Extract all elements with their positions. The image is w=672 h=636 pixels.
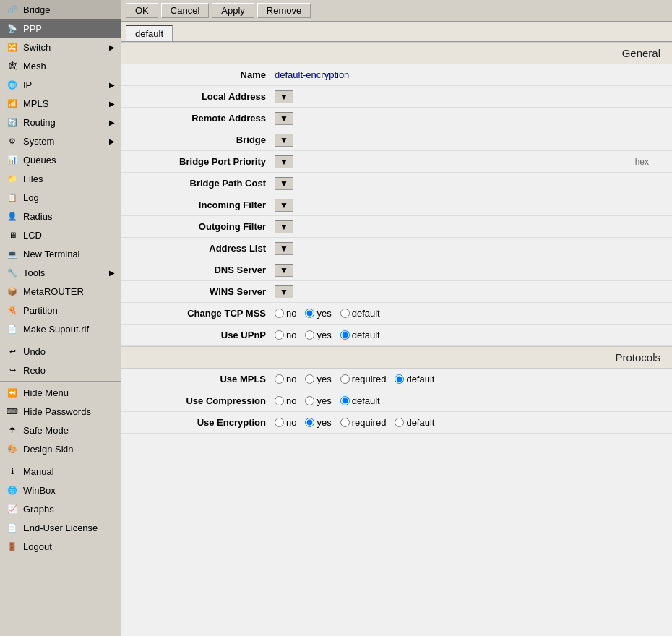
radio-mpls-no[interactable]: no: [275, 374, 296, 384]
remote-address-dropdown[interactable]: ▼: [275, 112, 293, 125]
label-remote-address: Remote Address: [130, 113, 275, 124]
row-use-encryption: Use Encryption no yes required default: [121, 412, 672, 434]
outgoing-filter-dropdown[interactable]: ▼: [275, 220, 293, 233]
radio-mpls-required[interactable]: required: [340, 374, 387, 384]
row-incoming-filter: Incoming Filter ▼: [121, 194, 672, 216]
sidebar-item-design-skin[interactable]: 🎨 Design Skin: [0, 439, 121, 458]
bridge-port-priority-dropdown[interactable]: ▼: [275, 155, 293, 168]
sidebar-item-partition[interactable]: 🍕 Partition: [0, 301, 121, 319]
radio-encryption-default[interactable]: default: [395, 417, 434, 428]
dns-server-dropdown[interactable]: ▼: [275, 264, 293, 277]
radio-tcp-mss-yes[interactable]: yes: [305, 308, 331, 319]
radio-tcp-mss-no[interactable]: no: [275, 308, 296, 319]
sidebar-item-label: Safe Mode: [23, 425, 69, 436]
radio-compression-yes[interactable]: yes: [305, 395, 331, 406]
sidebar-item-label: New Terminal: [23, 249, 80, 259]
row-bridge: Bridge ▼: [121, 129, 672, 151]
sidebar-item-files[interactable]: 📁 Files: [0, 169, 121, 188]
control-local-address: ▼: [275, 90, 663, 103]
sidebar-item-mpls[interactable]: 📶 MPLS ▶: [0, 94, 121, 113]
bridge-dropdown[interactable]: ▼: [275, 134, 293, 147]
sidebar-item-log[interactable]: 📋 Log: [0, 188, 121, 207]
graphs-icon: 📈: [6, 502, 19, 515]
address-list-dropdown[interactable]: ▼: [275, 242, 293, 255]
remove-button[interactable]: Remove: [257, 3, 311, 18]
ip-icon: 🌐: [6, 78, 19, 91]
sidebar-item-label: Partition: [23, 305, 58, 316]
label-use-upnp: Use UPnP: [130, 330, 275, 340]
sidebar-item-radius[interactable]: 👤 Radius: [0, 207, 121, 225]
switch-icon: 🔀: [6, 40, 19, 53]
ok-button[interactable]: OK: [126, 3, 158, 18]
redo-icon: ↪: [6, 364, 19, 377]
control-bridge-path-cost: ▼: [275, 177, 663, 190]
sidebar-item-label: WinBox: [23, 485, 56, 496]
row-name: Name default-encryption: [121, 64, 672, 86]
sidebar-item-redo[interactable]: ↪ Redo: [0, 361, 121, 379]
sidebar-item-undo[interactable]: ↩ Undo: [0, 342, 121, 361]
partition-icon: 🍕: [6, 304, 19, 317]
hex-hint: hex: [635, 157, 663, 167]
label-outgoing-filter: Outgoing Filter: [130, 221, 275, 232]
sidebar-item-hide-passwords[interactable]: ⌨ Hide Passwords: [0, 402, 121, 421]
row-use-mpls: Use MPLS no yes required default: [121, 369, 672, 390]
radio-tcp-mss-default[interactable]: default: [340, 308, 380, 319]
radio-compression-default[interactable]: default: [340, 395, 380, 406]
sidebar-item-queues[interactable]: 📊 Queues: [0, 150, 121, 169]
sidebar-item-manual[interactable]: ℹ Manual: [0, 462, 121, 481]
mesh-icon: 🕸: [6, 59, 19, 72]
sidebar-item-logout[interactable]: 🚪 Logout: [0, 537, 121, 556]
row-dns-server: DNS Server ▼: [121, 259, 672, 281]
local-address-dropdown[interactable]: ▼: [275, 90, 293, 103]
sidebar-item-switch[interactable]: 🔀 Switch ▶: [0, 38, 121, 56]
sidebar-item-routing[interactable]: 🔄 Routing ▶: [0, 113, 121, 132]
sidebar-item-metarouter[interactable]: 📦 MetaROUTER: [0, 282, 121, 301]
sidebar-item-label: Log: [23, 192, 39, 203]
sidebar-item-label: End-User License: [23, 523, 98, 533]
row-use-upnp: Use UPnP no yes default: [121, 325, 672, 346]
files-icon: 📁: [6, 172, 19, 185]
label-address-list: Address List: [130, 243, 275, 254]
tab-bar: default: [121, 22, 672, 42]
sidebar-item-label: Hide Menu: [23, 387, 69, 398]
sidebar-item-graphs[interactable]: 📈 Graphs: [0, 499, 121, 518]
label-local-address: Local Address: [130, 91, 275, 102]
sidebar-item-lcd[interactable]: 🖥 LCD: [0, 225, 121, 244]
system-icon: ⚙: [6, 134, 19, 147]
radio-encryption-required[interactable]: required: [340, 417, 387, 428]
sidebar-item-new-terminal[interactable]: 💻 New Terminal: [0, 244, 121, 263]
radio-mpls-yes[interactable]: yes: [305, 374, 331, 384]
radio-encryption-no[interactable]: no: [275, 417, 296, 428]
incoming-filter-dropdown[interactable]: ▼: [275, 199, 293, 212]
bridge-path-cost-dropdown[interactable]: ▼: [275, 177, 293, 190]
radio-upnp-yes[interactable]: yes: [305, 330, 331, 340]
sidebar-item-license[interactable]: 📄 End-User License: [0, 518, 121, 537]
control-bridge-port-priority: ▼ hex: [275, 155, 663, 168]
sidebar-item-mesh[interactable]: 🕸 Mesh: [0, 56, 121, 75]
sidebar: 🔗 Bridge 📡 PPP 🔀 Switch ▶ 🕸 Mesh 🌐 IP ▶ …: [0, 0, 121, 636]
label-wins-server: WINS Server: [130, 286, 275, 297]
sidebar-item-winbox[interactable]: 🌐 WinBox: [0, 481, 121, 499]
tab-default[interactable]: default: [126, 25, 173, 41]
radio-mpls-default[interactable]: default: [395, 374, 434, 384]
sidebar-item-ip[interactable]: 🌐 IP ▶: [0, 75, 121, 94]
sidebar-item-system[interactable]: ⚙ System ▶: [0, 132, 121, 150]
sidebar-item-label: Make Supout.rif: [23, 324, 89, 335]
sidebar-item-safe-mode[interactable]: ☂ Safe Mode: [0, 421, 121, 439]
wins-server-dropdown[interactable]: ▼: [275, 285, 293, 298]
cancel-button[interactable]: Cancel: [161, 3, 209, 18]
sidebar-item-ppp[interactable]: 📡 PPP: [0, 19, 121, 38]
design-skin-icon: 🎨: [6, 442, 19, 455]
radio-upnp-no[interactable]: no: [275, 330, 296, 340]
sidebar-item-hide-menu[interactable]: ⏪ Hide Menu: [0, 383, 121, 402]
row-remote-address: Remote Address ▼: [121, 108, 672, 129]
sidebar-item-make-supout[interactable]: 📄 Make Supout.rif: [0, 319, 121, 338]
radio-compression-no[interactable]: no: [275, 395, 296, 406]
radio-encryption-yes[interactable]: yes: [305, 417, 331, 428]
sidebar-item-tools[interactable]: 🔧 Tools ▶: [0, 263, 121, 282]
apply-button[interactable]: Apply: [212, 3, 254, 18]
terminal-icon: 💻: [6, 247, 19, 260]
chevron-right-icon: ▶: [109, 119, 115, 126]
radio-upnp-default[interactable]: default: [340, 330, 380, 340]
sidebar-item-bridge[interactable]: 🔗 Bridge: [0, 0, 121, 19]
